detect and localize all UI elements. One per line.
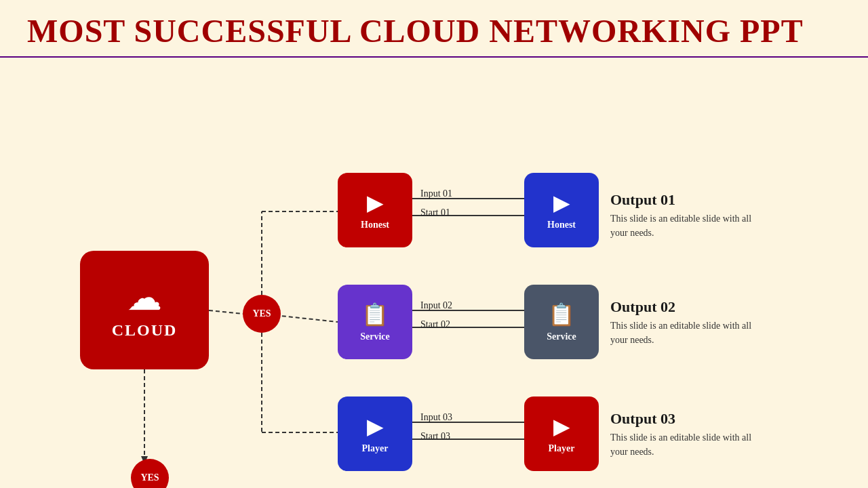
yes-bottom-circle: YES bbox=[131, 459, 169, 488]
player-right-label: Player bbox=[549, 443, 575, 454]
input-label-2: Input 02 bbox=[420, 300, 452, 311]
honest-right-box: ▶ Honest bbox=[524, 173, 599, 247]
honest-left-label: Honest bbox=[361, 220, 389, 230]
honest-right-label: Honest bbox=[547, 220, 576, 230]
output-desc-3: This slide is an editable slide with all… bbox=[610, 430, 760, 459]
service-right-icon: 📋 bbox=[548, 302, 575, 327]
cloud-icon: ☁ bbox=[127, 281, 162, 316]
player-right-icon: ▶ bbox=[553, 413, 570, 439]
player-right-box: ▶ Player bbox=[524, 396, 599, 471]
honest-left-icon: ▶ bbox=[367, 190, 384, 216]
service-right-label: Service bbox=[547, 331, 576, 342]
conn-labels-row2: Input 02 Start 02 bbox=[420, 300, 452, 330]
output-title-1: Output 01 bbox=[610, 191, 760, 209]
service-left-label: Service bbox=[360, 331, 390, 342]
player-left-box: ▶ Player bbox=[338, 396, 412, 471]
cloud-label: CLOUD bbox=[112, 321, 178, 340]
yes-main-label: YES bbox=[252, 308, 271, 319]
service-right-box: 📋 Service bbox=[524, 285, 599, 359]
player-left-icon: ▶ bbox=[367, 413, 384, 439]
output-block-3: Output 03 This slide is an editable slid… bbox=[610, 410, 760, 459]
service-left-box: 📋 Service bbox=[338, 285, 412, 359]
svg-line-0 bbox=[209, 310, 243, 314]
start-label-1: Start 01 bbox=[420, 207, 452, 218]
title-black-2: NETWORKING PPT bbox=[480, 13, 803, 49]
output-block-1: Output 01 This slide is an editable slid… bbox=[610, 191, 760, 240]
output-desc-2: This slide is an editable slide with all… bbox=[610, 319, 760, 347]
conn-labels-row3: Input 03 Start 03 bbox=[420, 412, 452, 442]
start-label-2: Start 02 bbox=[420, 319, 452, 330]
service-left-icon: 📋 bbox=[361, 302, 389, 327]
input-label-3: Input 03 bbox=[420, 412, 452, 423]
yes-main-circle: YES bbox=[243, 295, 281, 333]
input-label-1: Input 01 bbox=[420, 188, 452, 199]
output-title-3: Output 03 bbox=[610, 410, 760, 428]
output-title-2: Output 02 bbox=[610, 298, 760, 316]
conn-labels-row1: Input 01 Start 01 bbox=[420, 188, 452, 218]
diagram-area: ☁ CLOUD YES YES ▶ Honest ▶ Honest 📋 Serv… bbox=[0, 68, 868, 488]
start-label-3: Start 03 bbox=[420, 431, 452, 442]
honest-right-icon: ▶ bbox=[553, 190, 570, 216]
header: MOST SUCCESSFUL CLOUD NETWORKING PPT bbox=[0, 0, 868, 58]
player-left-label: Player bbox=[362, 443, 389, 454]
output-block-2: Output 02 This slide is an editable slid… bbox=[610, 298, 760, 347]
yes-bottom-label: YES bbox=[140, 472, 159, 483]
title-red: CLOUD bbox=[359, 13, 480, 49]
title-black-1: MOST SUCCESSFUL bbox=[27, 13, 359, 49]
output-desc-1: This slide is an editable slide with all… bbox=[610, 211, 760, 240]
honest-left-box: ▶ Honest bbox=[338, 173, 412, 247]
page-title: MOST SUCCESSFUL CLOUD NETWORKING PPT bbox=[27, 12, 841, 49]
cloud-box: ☁ CLOUD bbox=[80, 251, 209, 369]
